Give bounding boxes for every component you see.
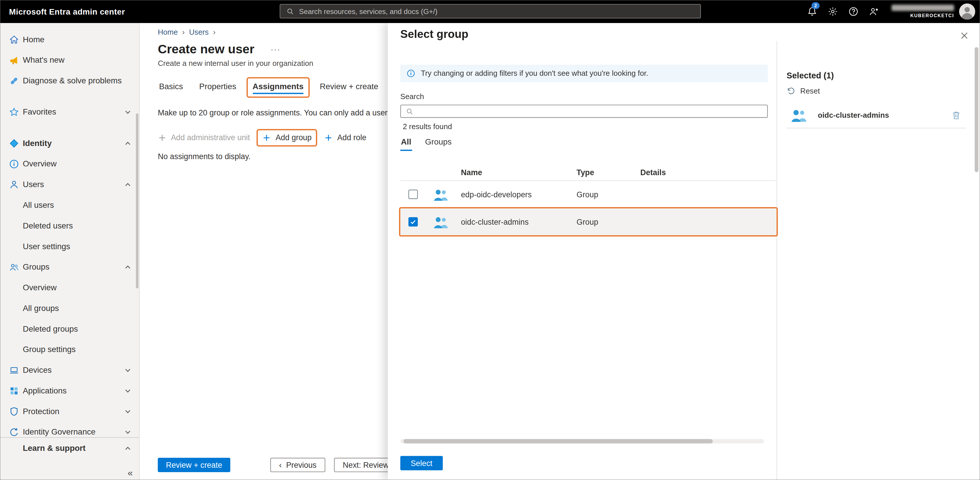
chevron-left-icon: ‹ bbox=[279, 460, 282, 469]
plus-icon bbox=[262, 134, 271, 142]
search-icon bbox=[406, 108, 414, 115]
panel-tab-groups[interactable]: Groups bbox=[425, 136, 452, 151]
panel-header: Select group bbox=[388, 23, 980, 41]
sidebar-item-home[interactable]: Home bbox=[0, 29, 139, 50]
help-button[interactable] bbox=[843, 0, 864, 23]
panel-title: Select group bbox=[400, 28, 468, 41]
horizontal-scrollbar[interactable] bbox=[400, 439, 764, 443]
breadcrumb-link-home[interactable]: Home bbox=[158, 28, 178, 37]
info-icon bbox=[9, 159, 23, 169]
add-administrative-unit-button: Add administrative unit bbox=[158, 134, 250, 142]
sidebar-item-label: Devices bbox=[23, 365, 139, 375]
diagnose-icon bbox=[9, 75, 23, 85]
global-search-input[interactable]: Search resources, services, and docs (G+… bbox=[280, 4, 701, 18]
chevron-down-icon bbox=[124, 408, 132, 415]
group-type: Group bbox=[576, 190, 640, 199]
add-role-button[interactable]: Add role bbox=[324, 134, 366, 142]
topbar: Microsoft Entra admin center Search reso… bbox=[0, 0, 980, 23]
wizard-footer: Review + create ‹ Previous Next: Review … bbox=[158, 458, 428, 472]
reset-label: Reset bbox=[800, 86, 820, 95]
chevron-up-icon bbox=[124, 445, 132, 452]
gear-icon bbox=[827, 6, 837, 16]
sidebar-item-label: What's new bbox=[23, 55, 139, 65]
feedback-button[interactable] bbox=[864, 0, 884, 23]
selected-title: Selected (1) bbox=[787, 71, 980, 80]
blank-icon bbox=[9, 324, 23, 334]
previous-button-label: Previous bbox=[286, 461, 317, 469]
table-body: edp-oidc-developersGroupoidc-cluster-adm… bbox=[400, 181, 777, 236]
sidebar-item-deleted-users[interactable]: Deleted users bbox=[0, 215, 139, 236]
sidebar-item-group-settings[interactable]: Group settings bbox=[0, 339, 139, 360]
notification-badge: 2 bbox=[811, 2, 820, 9]
reset-button[interactable]: Reset bbox=[787, 86, 830, 95]
table-header: NameTypeDetails bbox=[400, 165, 777, 181]
review-create-button[interactable]: Review + create bbox=[158, 458, 231, 472]
chevron-up-icon bbox=[124, 263, 132, 271]
devices-icon bbox=[9, 365, 23, 375]
panel-tab-all[interactable]: All bbox=[400, 136, 412, 151]
sidebar-item-user-settings[interactable]: User settings bbox=[0, 236, 139, 257]
idgov-icon bbox=[9, 427, 23, 437]
sidebar-item-diagnose-solve-problems[interactable]: Diagnose & solve problems bbox=[0, 70, 139, 91]
sidebar-item-label: Identity bbox=[23, 139, 139, 148]
sidebar-item-protection[interactable]: Protection bbox=[0, 401, 139, 422]
previous-button[interactable]: ‹ Previous bbox=[270, 458, 325, 472]
select-button[interactable]: Select bbox=[400, 456, 443, 470]
panel-main: Try changing or adding filters if you do… bbox=[388, 41, 777, 480]
tab-properties[interactable]: Properties bbox=[198, 79, 238, 96]
sidebar-item-learn-support[interactable]: Learn & support bbox=[0, 438, 139, 458]
horizontal-scrollbar-thumb[interactable] bbox=[404, 439, 713, 443]
group-name: edp-oidc-developers bbox=[461, 190, 576, 199]
sidebar-item-users[interactable]: Users bbox=[0, 174, 139, 195]
info-icon bbox=[407, 69, 415, 78]
close-icon[interactable] bbox=[959, 31, 969, 40]
sidebar-scrollbar[interactable] bbox=[136, 113, 138, 288]
sidebar-item-favorites[interactable]: Favorites bbox=[0, 101, 139, 122]
global-search-placeholder: Search resources, services, and docs (G+… bbox=[299, 8, 438, 15]
selected-panel: Selected (1) Reset oidc-cluster-admins bbox=[777, 41, 980, 480]
sidebar-item-overview[interactable]: Overview bbox=[0, 153, 139, 174]
sidebar-item-all-users[interactable]: All users bbox=[0, 195, 139, 215]
sidebar-item-label: Overview bbox=[23, 159, 139, 169]
sidebar-item-label: Deleted groups bbox=[23, 324, 139, 333]
topbar-icons: 2 bbox=[802, 0, 884, 23]
column-header-details: Details bbox=[640, 168, 777, 177]
plus-icon bbox=[324, 134, 333, 142]
bell-button[interactable]: 2 bbox=[802, 0, 822, 23]
home-icon bbox=[9, 34, 23, 44]
trash-icon[interactable] bbox=[951, 110, 961, 120]
tab-review-create[interactable]: Review + create bbox=[318, 79, 379, 96]
more-options-button[interactable]: ··· bbox=[270, 45, 280, 54]
tab-assignments[interactable]: Assignments bbox=[251, 79, 305, 96]
shield-icon bbox=[9, 406, 23, 416]
breadcrumb-link-users[interactable]: Users bbox=[189, 28, 208, 37]
group-type: Group bbox=[576, 217, 640, 226]
group-search-input[interactable] bbox=[400, 105, 768, 118]
sidebar-item-deleted-groups[interactable]: Deleted groups bbox=[0, 319, 139, 339]
sidebar-item-overview[interactable]: Overview bbox=[0, 277, 139, 298]
add-group-button[interactable]: Add group bbox=[262, 134, 312, 142]
sidebar-item-applications[interactable]: Applications bbox=[0, 380, 139, 401]
sidebar-item-label: Users bbox=[23, 180, 139, 189]
tab-basics[interactable]: Basics bbox=[158, 79, 185, 96]
table-row[interactable]: oidc-cluster-adminsGroup bbox=[400, 208, 777, 236]
gear-button[interactable] bbox=[822, 0, 843, 23]
sidebar-item-devices[interactable]: Devices bbox=[0, 360, 139, 380]
redacted-account-name bbox=[891, 5, 954, 11]
sidebar-item-what-s-new[interactable]: What's new bbox=[0, 49, 139, 70]
checkbox[interactable] bbox=[409, 190, 418, 199]
blank-icon bbox=[9, 221, 23, 231]
sidebar-collapse-button[interactable]: « bbox=[127, 467, 133, 478]
selected-item-name: oidc-cluster-admins bbox=[818, 111, 889, 120]
avatar[interactable] bbox=[959, 3, 975, 20]
column-header-type: Type bbox=[576, 168, 640, 177]
vertical-scrollbar-thumb[interactable] bbox=[975, 47, 978, 172]
sidebar-item-groups[interactable]: Groups bbox=[0, 257, 139, 277]
identity-icon bbox=[9, 138, 23, 148]
table-row[interactable]: edp-oidc-developersGroup bbox=[400, 181, 777, 208]
sidebar-item-all-groups[interactable]: All groups bbox=[0, 298, 139, 319]
search-icon bbox=[287, 8, 294, 15]
account-info[interactable]: KUBEROCKETCI bbox=[891, 5, 954, 18]
checkbox[interactable] bbox=[409, 217, 418, 226]
sidebar-item-identity[interactable]: Identity bbox=[0, 133, 139, 153]
